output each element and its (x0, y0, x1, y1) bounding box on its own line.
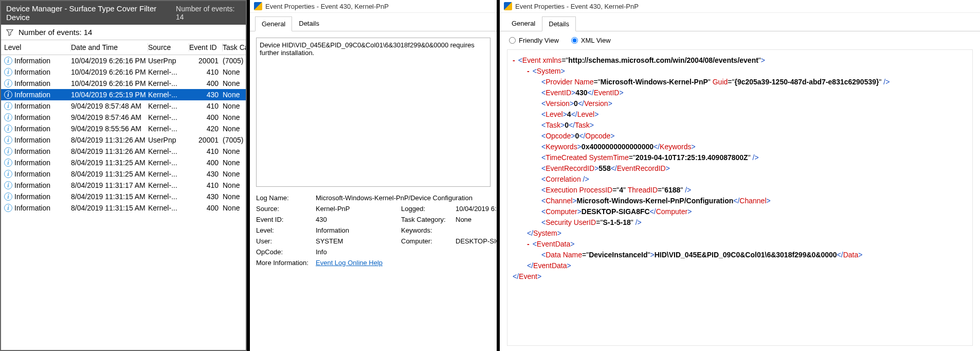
panel-title-bar: Device Manager - Surface Type Cover Filt… (1, 1, 246, 25)
events-list: iInformation10/04/2019 6:26:16 PMUserPnp… (1, 55, 246, 214)
general-body: Device HID\VID_045E&PID_09C0&Col01\6&301… (250, 31, 497, 351)
event-row[interactable]: iInformation9/04/2019 8:57:46 AMKernel-.… (1, 112, 246, 123)
event-row[interactable]: iInformation8/04/2019 11:31:15 AMKernel-… (1, 191, 246, 202)
col-date[interactable]: Date and Time (71, 43, 148, 51)
val-keywords (456, 226, 497, 234)
info-icon: i (4, 125, 12, 133)
event-properties-grid: Log Name: Microsoft-Windows-Kernel-PnP/D… (256, 194, 491, 267)
event-row[interactable]: iInformation10/04/2019 6:26:16 PMUserPnp… (1, 55, 246, 66)
val-eventid: 430 (316, 216, 398, 223)
col-level[interactable]: Level (4, 43, 71, 51)
lbl-source: Source: (256, 205, 313, 213)
val-logged: 10/04/2019 6:25:19 PM (456, 205, 497, 213)
details-body: Friendly View XML View -<Event xmlns="ht… (500, 31, 980, 351)
info-icon: i (4, 91, 12, 99)
event-message[interactable]: Device HID\VID_045E&PID_09C0&Col01\6&301… (256, 38, 491, 187)
radio-friendly-view[interactable]: Friendly View (509, 37, 559, 44)
event-row[interactable]: iInformation8/04/2019 11:31:15 AMKernel-… (1, 202, 246, 214)
tab-general[interactable]: General (505, 16, 542, 31)
val-opcode: Info (316, 248, 497, 256)
col-task[interactable]: Task Ca... (223, 43, 247, 51)
info-icon: i (4, 136, 12, 144)
device-manager-events-panel: Device Manager - Surface Type Cover Filt… (0, 0, 247, 351)
info-icon: i (4, 204, 12, 212)
panel-title: Device Manager - Surface Type Cover Filt… (6, 4, 172, 22)
events-header-row: Level Date and Time Source Event ID Task… (1, 40, 246, 55)
lbl-level: Level: (256, 226, 313, 234)
info-icon: i (4, 181, 12, 189)
window-title: Event Properties - Event 430, Kernel-PnP (265, 3, 389, 10)
window-titlebar: Event Properties - Event 430, Kernel-PnP (250, 0, 497, 13)
tab-bar: General Details (250, 13, 497, 31)
col-eventid[interactable]: Event ID (189, 43, 223, 51)
info-icon: i (4, 57, 12, 65)
lbl-opcode: OpCode: (256, 248, 313, 256)
event-row[interactable]: iInformation8/04/2019 11:31:26 AMUserPnp… (1, 134, 246, 146)
event-row[interactable]: iInformation9/04/2019 8:55:56 AMKernel-.… (1, 123, 246, 134)
xml-view[interactable]: -<Event xmlns="http://schemas.microsoft.… (507, 49, 973, 346)
tab-bar: General Details (500, 13, 980, 31)
info-icon: i (4, 68, 12, 76)
view-mode-radios: Friendly View XML View (507, 37, 973, 49)
lbl-taskcat: Task Category: (401, 216, 452, 223)
val-computer: DESKTOP-SIGA8FC (456, 237, 497, 245)
tab-details[interactable]: Details (542, 16, 576, 31)
info-icon: i (4, 192, 12, 201)
event-properties-details-panel: Event Properties - Event 430, Kernel-PnP… (500, 0, 980, 351)
filter-icon (6, 29, 13, 36)
val-logname: Microsoft-Windows-Kernel-PnP/Device Conf… (316, 194, 497, 202)
info-icon: i (4, 170, 12, 178)
lbl-eventid: Event ID: (256, 216, 313, 223)
eventvwr-icon (254, 2, 262, 10)
event-row[interactable]: iInformation8/04/2019 11:31:25 AMKernel-… (1, 168, 246, 180)
info-icon: i (4, 79, 12, 87)
lbl-logname: Log Name: (256, 194, 313, 202)
lbl-computer: Computer: (401, 237, 452, 245)
event-row[interactable]: iInformation10/04/2019 6:25:19 PMKernel-… (1, 89, 246, 100)
window-title: Event Properties - Event 430, Kernel-PnP (515, 3, 639, 10)
val-source: Kernel-PnP (316, 205, 398, 213)
event-row[interactable]: iInformation8/04/2019 11:31:17 AMKernel-… (1, 180, 246, 191)
event-row[interactable]: iInformation8/04/2019 11:31:25 AMKernel-… (1, 157, 246, 168)
info-icon: i (4, 113, 12, 121)
filter-bar[interactable]: Number of events: 14 (1, 25, 246, 40)
event-row[interactable]: iInformation10/04/2019 6:26:16 PMKernel-… (1, 78, 246, 89)
event-row[interactable]: iInformation9/04/2019 8:57:48 AMKernel-.… (1, 100, 246, 112)
info-icon: i (4, 159, 12, 167)
event-count-subtitle: Number of events: 14 (176, 5, 241, 21)
lbl-keywords: Keywords: (401, 226, 452, 234)
val-level: Information (316, 226, 398, 234)
filter-label: Number of events: 14 (19, 28, 92, 37)
event-row[interactable]: iInformation8/04/2019 11:31:26 AMKernel-… (1, 146, 246, 157)
radio-xml-view[interactable]: XML View (571, 37, 611, 44)
link-event-log-online-help[interactable]: Event Log Online Help (316, 259, 383, 267)
info-icon: i (4, 147, 12, 155)
lbl-logged: Logged: (401, 205, 452, 213)
info-icon: i (4, 102, 12, 110)
tab-general[interactable]: General (255, 16, 292, 31)
col-source[interactable]: Source (148, 43, 189, 51)
event-row[interactable]: iInformation10/04/2019 6:26:16 PMKernel-… (1, 66, 246, 78)
tab-details[interactable]: Details (292, 16, 326, 31)
event-properties-general-panel: Event Properties - Event 430, Kernel-PnP… (250, 0, 497, 351)
eventvwr-icon (504, 2, 512, 10)
lbl-moreinfo: More Information: (256, 259, 313, 267)
lbl-user: User: (256, 237, 313, 245)
val-user: SYSTEM (316, 237, 398, 245)
val-taskcat: None (456, 216, 497, 223)
window-titlebar: Event Properties - Event 430, Kernel-PnP (500, 0, 980, 13)
